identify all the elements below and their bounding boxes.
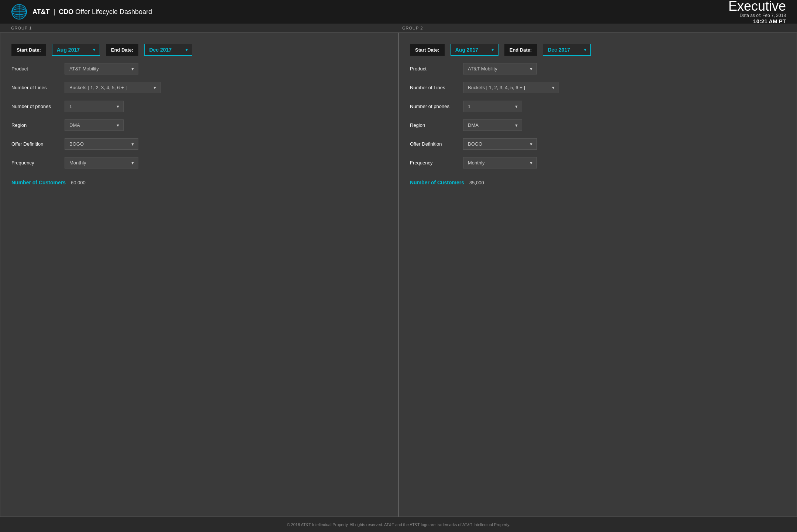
group2-start-date-wrapper[interactable]: Aug 2017 — [451, 44, 498, 56]
group2-start-date-select[interactable]: Aug 2017 — [451, 44, 498, 56]
group1-product-label: Product — [11, 66, 59, 72]
group1-start-date-wrapper[interactable]: Aug 2017 — [52, 44, 100, 56]
att-logo-icon — [11, 4, 27, 20]
group2-lines-row: Number of Lines Buckets [ 1, 2, 3, 4, 5,… — [410, 82, 786, 93]
group2-offer-row: Offer Definition BOGO — [410, 138, 786, 150]
group2-product-row: Product AT&T Mobility — [410, 63, 786, 74]
group2-label: GROUP 2 — [395, 26, 786, 30]
group2-date-row: Start Date: Aug 2017 End Date: Dec 2017 — [410, 44, 786, 56]
group1-offer-label: Offer Definition — [11, 141, 59, 147]
group1-customers-value: 60,000 — [71, 180, 86, 185]
footer-text: © 2018 AT&T Intellectual Property. All r… — [287, 522, 510, 527]
group1-frequency-row: Frequency Monthly — [11, 157, 387, 168]
group1-lines-row: Number of Lines Buckets [ 1, 2, 3, 4, 5,… — [11, 82, 387, 93]
group2-customers-row: Number of Customers 85,000 — [410, 180, 786, 185]
group2-frequency-label: Frequency — [410, 160, 458, 166]
group1-region-row: Region DMA — [11, 119, 387, 131]
group2-start-date-label: Start Date: — [410, 44, 445, 56]
header-info-section: Executive Data as of: Feb 7, 2018 10:21 … — [728, 0, 786, 24]
group1-panel: Start Date: Aug 2017 End Date: Dec 2017 … — [0, 32, 398, 517]
group1-frequency-select[interactable]: Monthly — [65, 157, 138, 168]
group2-customers-label: Number of Customers — [410, 180, 464, 185]
group1-region-select[interactable]: DMA — [65, 119, 124, 131]
header-brand-section: AT&T | CDO Offer Lifecycle Dashboard — [11, 4, 152, 20]
executive-label: Executive — [728, 0, 786, 13]
group2-end-date-label: End Date: — [504, 44, 537, 56]
group2-frequency-row: Frequency Monthly — [410, 157, 786, 168]
group1-product-row: Product AT&T Mobility — [11, 63, 387, 74]
group2-region-select[interactable]: DMA — [463, 119, 522, 131]
group1-end-date-wrapper[interactable]: Dec 2017 — [144, 44, 192, 56]
data-as-of-label: Data as of: Feb 7, 2018 — [728, 13, 786, 18]
group1-phones-row: Number of phones 1 — [11, 101, 387, 112]
group1-start-date-label: Start Date: — [11, 44, 46, 56]
group2-phones-wrapper[interactable]: 1 — [463, 101, 522, 112]
group1-lines-select[interactable]: Buckets [ 1, 2, 3, 4, 5, 6 + ] — [65, 82, 161, 93]
group1-label: GROUP 1 — [11, 26, 395, 30]
group1-lines-label: Number of Lines — [11, 85, 59, 90]
header-brand-text: AT&T | CDO Offer Lifecycle Dashboard — [32, 8, 152, 16]
group1-product-wrapper[interactable]: AT&T Mobility — [65, 63, 138, 74]
group1-offer-select[interactable]: BOGO — [65, 138, 138, 150]
group1-region-label: Region — [11, 122, 59, 128]
group1-region-wrapper[interactable]: DMA — [65, 119, 124, 131]
group2-phones-label: Number of phones — [410, 104, 458, 109]
app-header: AT&T | CDO Offer Lifecycle Dashboard Exe… — [0, 0, 797, 24]
group1-phones-select[interactable]: 1 — [65, 101, 124, 112]
group2-customers-value: 85,000 — [469, 180, 484, 185]
group1-product-select[interactable]: AT&T Mobility — [65, 63, 138, 74]
group2-product-wrapper[interactable]: AT&T Mobility — [463, 63, 537, 74]
group2-lines-label: Number of Lines — [410, 85, 458, 90]
group1-offer-wrapper[interactable]: BOGO — [65, 138, 138, 150]
group1-lines-wrapper[interactable]: Buckets [ 1, 2, 3, 4, 5, 6 + ] — [65, 82, 161, 93]
app-footer: © 2018 AT&T Intellectual Property. All r… — [0, 517, 797, 532]
group1-offer-row: Offer Definition BOGO — [11, 138, 387, 150]
group1-customers-label: Number of Customers — [11, 180, 66, 185]
group2-region-wrapper[interactable]: DMA — [463, 119, 522, 131]
group2-end-date-wrapper[interactable]: Dec 2017 — [543, 44, 591, 56]
group2-panel: Start Date: Aug 2017 End Date: Dec 2017 … — [398, 32, 797, 517]
group2-frequency-select[interactable]: Monthly — [463, 157, 537, 168]
group2-region-row: Region DMA — [410, 119, 786, 131]
group2-lines-wrapper[interactable]: Buckets [ 1, 2, 3, 4, 5, 6 + ] — [463, 82, 559, 93]
group1-phones-label: Number of phones — [11, 104, 59, 109]
group2-phones-select[interactable]: 1 — [463, 101, 522, 112]
group2-product-label: Product — [410, 66, 458, 72]
group1-customers-row: Number of Customers 60,000 — [11, 180, 387, 185]
groups-container: Start Date: Aug 2017 End Date: Dec 2017 … — [0, 32, 797, 517]
group2-phones-row: Number of phones 1 — [410, 101, 786, 112]
group2-offer-select[interactable]: BOGO — [463, 138, 537, 150]
group1-end-date-label: End Date: — [106, 44, 139, 56]
group1-start-date-select[interactable]: Aug 2017 — [52, 44, 100, 56]
data-time-label: 10:21 AM PT — [728, 18, 786, 24]
group1-phones-wrapper[interactable]: 1 — [65, 101, 124, 112]
group2-product-select[interactable]: AT&T Mobility — [463, 63, 537, 74]
group1-date-row: Start Date: Aug 2017 End Date: Dec 2017 — [11, 44, 387, 56]
group2-lines-select[interactable]: Buckets [ 1, 2, 3, 4, 5, 6 + ] — [463, 82, 559, 93]
group1-frequency-label: Frequency — [11, 160, 59, 166]
group2-offer-label: Offer Definition — [410, 141, 458, 147]
sub-header: GROUP 1 GROUP 2 — [0, 24, 797, 32]
group2-region-label: Region — [410, 122, 458, 128]
group2-frequency-wrapper[interactable]: Monthly — [463, 157, 537, 168]
group2-end-date-select[interactable]: Dec 2017 — [543, 44, 591, 56]
group1-end-date-select[interactable]: Dec 2017 — [144, 44, 192, 56]
group2-offer-wrapper[interactable]: BOGO — [463, 138, 537, 150]
group1-frequency-wrapper[interactable]: Monthly — [65, 157, 138, 168]
